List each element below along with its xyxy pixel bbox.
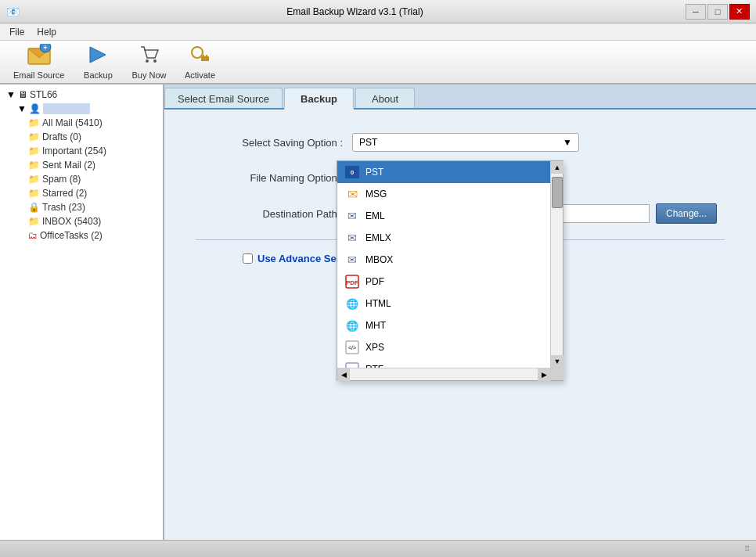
tree-item-all-mail[interactable]: 📁 All Mail (5410) bbox=[0, 116, 163, 130]
resize-grip: ⠿ bbox=[744, 544, 750, 553]
tree-label-inbox: INBOX (5403) bbox=[42, 216, 101, 227]
dropdown-item-pst[interactable]: 0 PST bbox=[337, 161, 563, 183]
buy-now-button[interactable]: Buy Now bbox=[124, 40, 173, 84]
dropdown-item-eml[interactable]: ✉ EML bbox=[337, 205, 563, 227]
msg-icon: ✉ bbox=[344, 187, 361, 201]
tree-label-stl66: STL66 bbox=[30, 89, 57, 100]
menu-help[interactable]: Help bbox=[31, 25, 63, 39]
collapse-icon: ▼ bbox=[6, 89, 16, 100]
svg-point-7 bbox=[192, 47, 203, 58]
right-panel: Select Email Source Backup About Select … bbox=[164, 84, 756, 540]
saving-option-row: Select Saving Option : PST ▼ bbox=[196, 133, 725, 152]
svg-text:</>: </> bbox=[348, 345, 356, 350]
folder-icon-starred: 📁 bbox=[28, 188, 40, 199]
folder-icon-spam: 📁 bbox=[28, 174, 40, 185]
destination-label: Destination Path : bbox=[196, 208, 352, 220]
activate-icon bbox=[189, 44, 211, 69]
scroll-down-btn[interactable]: ▼ bbox=[551, 355, 563, 368]
tab-backup[interactable]: Backup bbox=[284, 88, 354, 110]
maximize-button[interactable]: □ bbox=[707, 4, 728, 20]
html-icon: 🌐 bbox=[344, 296, 361, 311]
scroll-right-btn[interactable]: ▶ bbox=[538, 368, 550, 381]
dropdown-item-xps[interactable]: </> XPS bbox=[337, 336, 563, 358]
backup-label: Backup bbox=[84, 70, 113, 80]
dropdown-arrow-icon: ▼ bbox=[563, 137, 572, 148]
tree-item-sent-mail[interactable]: 📁 Sent Mail (2) bbox=[0, 158, 163, 172]
svg-point-5 bbox=[146, 59, 149, 63]
dropdown-item-msg[interactable]: ✉ MSG bbox=[337, 183, 563, 205]
pdf-icon: PDF bbox=[344, 275, 361, 289]
close-button[interactable]: ✕ bbox=[729, 4, 750, 20]
tree-item-spam[interactable]: 📁 Spam (8) bbox=[0, 172, 163, 186]
buy-now-label: Buy Now bbox=[131, 70, 166, 80]
tab-content: Select Saving Option : PST ▼ File Naming… bbox=[164, 110, 756, 288]
tree-item-user[interactable]: ▼ 👤 bbox=[0, 102, 163, 116]
pst-icon: 0 bbox=[344, 165, 361, 179]
main-layout: ▼ 🖥 STL66 ▼ 👤 📁 All Mail (5410) 📁 Drafts… bbox=[0, 84, 756, 540]
email-source-button[interactable]: + Email Source bbox=[6, 40, 71, 84]
file-naming-label: File Naming Option : bbox=[196, 172, 352, 184]
window-title: Email Backup Wizard v3.1 (Trial) bbox=[286, 6, 423, 17]
dropdown-scrollbar-h[interactable]: ◀ ▶ bbox=[337, 368, 550, 380]
tree-label-office: OfficeTasks (2) bbox=[40, 230, 103, 241]
tree-label-all-mail: All Mail (5410) bbox=[42, 117, 103, 128]
svg-rect-8 bbox=[201, 56, 209, 61]
activate-label: Activate bbox=[185, 70, 215, 80]
scroll-up-btn[interactable]: ▲ bbox=[551, 161, 563, 174]
email-source-icon: + bbox=[27, 44, 52, 69]
svg-text:+: + bbox=[43, 44, 47, 52]
emlx-icon: ✉ bbox=[344, 231, 361, 245]
menu-file[interactable]: File bbox=[3, 25, 31, 39]
svg-point-6 bbox=[153, 59, 157, 63]
tab-about[interactable]: About bbox=[355, 88, 415, 108]
scroll-thumb[interactable] bbox=[552, 177, 563, 208]
tree-item-important[interactable]: 📁 Important (254) bbox=[0, 144, 163, 158]
eml-icon: ✉ bbox=[344, 209, 361, 223]
menu-bar: File Help bbox=[0, 23, 756, 41]
email-source-label: Email Source bbox=[13, 70, 64, 80]
tree-item-trash[interactable]: 🔒 Trash (23) bbox=[0, 200, 163, 214]
user-icon: 👤 bbox=[29, 103, 41, 114]
scroll-left-btn[interactable]: ◀ bbox=[337, 368, 350, 381]
mht-icon: 🌐 bbox=[344, 318, 361, 332]
tree-item-inbox[interactable]: 📁 INBOX (5403) bbox=[0, 214, 163, 228]
tab-bar: Select Email Source Backup About bbox=[164, 84, 756, 110]
minimize-button[interactable]: ─ bbox=[686, 4, 706, 20]
dropdown-scrollbar-v[interactable]: ▲ ▼ bbox=[550, 161, 563, 380]
tree-label-user bbox=[43, 103, 90, 114]
tree-item-drafts[interactable]: 📁 Drafts (0) bbox=[0, 130, 163, 144]
folder-icon-office: 🗂 bbox=[28, 230, 38, 241]
folder-icon-important: 📁 bbox=[28, 146, 40, 156]
tree-item-office-tasks[interactable]: 🗂 OfficeTasks (2) bbox=[0, 228, 163, 243]
dropdown-item-emlx[interactable]: ✉ EMLX bbox=[337, 227, 563, 249]
advance-settings-checkbox[interactable] bbox=[243, 253, 253, 264]
tree-label-important: Important (254) bbox=[42, 146, 106, 156]
svg-rect-10 bbox=[206, 55, 207, 58]
dropdown-item-pdf[interactable]: PDF PDF bbox=[337, 271, 563, 293]
tree-label-sent: Sent Mail (2) bbox=[42, 160, 95, 171]
xps-icon: </> bbox=[344, 340, 361, 354]
saving-option-label: Select Saving Option : bbox=[196, 137, 352, 149]
tree-label-drafts: Drafts (0) bbox=[42, 131, 81, 142]
svg-marker-4 bbox=[90, 47, 106, 63]
activate-button[interactable]: Activate bbox=[176, 40, 223, 84]
collapse-icon-2: ▼ bbox=[17, 103, 27, 114]
change-button[interactable]: Change... bbox=[656, 203, 717, 224]
tree-item-starred[interactable]: 📁 Starred (2) bbox=[0, 186, 163, 200]
tab-select-email-source[interactable]: Select Email Source bbox=[164, 88, 283, 108]
dropdown-item-mht[interactable]: 🌐 MHT bbox=[337, 314, 563, 336]
tree-item-stl66[interactable]: ▼ 🖥 STL66 bbox=[0, 88, 163, 102]
saving-option-control: PST ▼ bbox=[352, 133, 725, 152]
tree-label-starred: Starred (2) bbox=[42, 188, 87, 199]
svg-rect-9 bbox=[203, 55, 204, 58]
tree-label-trash: Trash (23) bbox=[42, 202, 85, 213]
svg-text:PDF: PDF bbox=[346, 279, 358, 286]
dropdown-item-mbox[interactable]: ✉ MBOX bbox=[337, 249, 563, 271]
saving-option-select[interactable]: PST ▼ bbox=[352, 133, 579, 152]
dropdown-item-html[interactable]: 🌐 HTML bbox=[337, 293, 563, 314]
title-bar: 📧 Email Backup Wizard v3.1 (Trial) ─ □ ✕ bbox=[0, 0, 756, 23]
folder-icon-trash: 🔒 bbox=[28, 202, 40, 213]
backup-button[interactable]: Backup bbox=[74, 40, 121, 84]
left-panel: ▼ 🖥 STL66 ▼ 👤 📁 All Mail (5410) 📁 Drafts… bbox=[0, 84, 164, 540]
window-controls: ─ □ ✕ bbox=[686, 4, 750, 20]
